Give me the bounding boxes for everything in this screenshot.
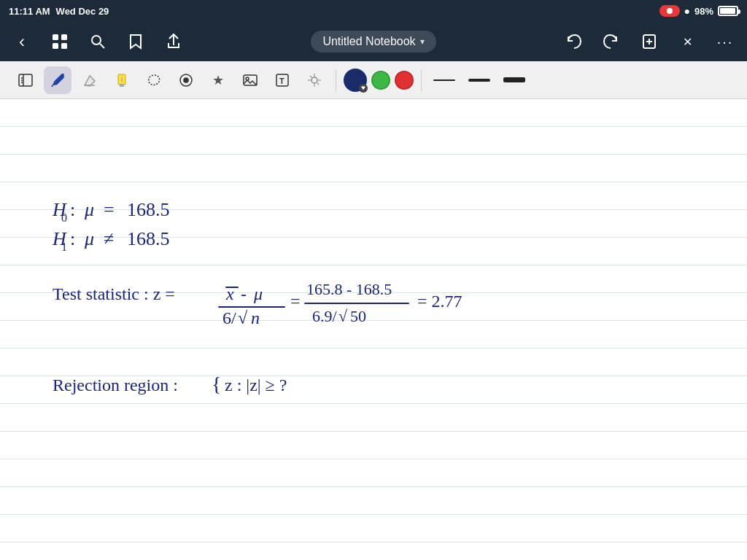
svg-text:μ: μ: [253, 284, 263, 303]
svg-text:1: 1: [61, 241, 67, 253]
svg-line-14: [52, 85, 53, 87]
redo-button[interactable]: [598, 28, 624, 55]
svg-text:-: -: [241, 284, 247, 303]
svg-text:6.9/: 6.9/: [312, 307, 338, 325]
nav-bar: ‹ Unti: [0, 22, 747, 61]
toolbar-separator-2: [421, 69, 422, 91]
svg-text:n: n: [251, 308, 260, 327]
canvas-area[interactable]: H 0 : μ = 168.5 H 1 : μ ≠ 168.5 Test sta…: [0, 99, 747, 560]
svg-text:Rejection  region :: Rejection region :: [53, 376, 178, 394]
svg-point-4: [92, 36, 101, 44]
notebook-title-button[interactable]: Untitled Notebook ▾: [311, 31, 436, 52]
svg-rect-0: [53, 34, 58, 40]
text-tool-button[interactable]: T: [268, 66, 296, 94]
svg-text:50: 50: [350, 307, 366, 325]
eraser-tool-button[interactable]: [76, 66, 104, 94]
svg-text:μ: μ: [84, 199, 94, 220]
handwritten-content: H 0 : μ = 168.5 H 1 : μ ≠ 168.5 Test sta…: [0, 99, 747, 560]
svg-text:6/: 6/: [222, 308, 236, 327]
toolbar: ★ T: [0, 61, 747, 99]
svg-text:=   2.77: = 2.77: [417, 292, 462, 311]
svg-rect-17: [120, 84, 124, 87]
svg-text:√: √: [338, 307, 348, 325]
svg-line-31: [317, 82, 319, 85]
date-display: Wed Dec 29: [56, 6, 109, 17]
highlighter-tool-button[interactable]: [108, 66, 136, 94]
svg-text:0: 0: [61, 211, 67, 224]
stroke-thick-button[interactable]: [499, 74, 530, 85]
notebook-title: Untitled Notebook: [322, 35, 415, 48]
toolbar-separator-1: [336, 69, 336, 91]
svg-rect-1: [61, 34, 67, 40]
svg-point-25: [311, 77, 317, 83]
svg-text::: :: [70, 199, 75, 220]
svg-text:168.5: 168.5: [127, 228, 170, 249]
star-tool-button[interactable]: ★: [204, 66, 232, 94]
stroke-medium-button[interactable]: [464, 76, 495, 85]
undo-button[interactable]: [560, 28, 587, 55]
svg-rect-9: [19, 74, 32, 86]
time-display: 11:11 AM: [9, 6, 50, 17]
panel-toggle-button[interactable]: [12, 66, 39, 94]
svg-marker-32: [361, 87, 365, 90]
svg-text:≠: ≠: [104, 228, 114, 249]
add-page-button[interactable]: [636, 28, 662, 55]
svg-text::: :: [70, 228, 75, 249]
svg-text:μ: μ: [84, 228, 94, 249]
svg-text:z :  |z|  ≥  ?: z : |z| ≥ ?: [225, 376, 287, 394]
more-options-button[interactable]: ···: [712, 28, 738, 55]
svg-text:=: =: [104, 199, 115, 220]
pen-tool-button[interactable]: [44, 66, 71, 94]
svg-text:168.5: 168.5: [127, 199, 170, 220]
back-button[interactable]: ‹: [9, 28, 35, 55]
color-green-button[interactable]: [371, 71, 390, 90]
color-dropdown-button[interactable]: [344, 69, 367, 92]
color-red-button[interactable]: [395, 71, 414, 90]
bookmark-button[interactable]: [123, 28, 149, 55]
battery-icon: [718, 6, 738, 16]
status-bar: 11:11 AM Wed Dec 29 ● 98%: [0, 0, 747, 22]
image-tool-button[interactable]: [236, 66, 264, 94]
svg-text:165.8 - 168.5: 165.8 - 168.5: [306, 280, 392, 298]
svg-rect-3: [61, 43, 67, 49]
svg-point-20: [184, 78, 188, 82]
wifi-icon: ●: [684, 5, 690, 17]
svg-line-30: [310, 75, 312, 77]
svg-text:{: {: [212, 373, 221, 395]
svg-rect-2: [53, 43, 58, 49]
search-button[interactable]: [85, 28, 111, 55]
title-chevron-icon: ▾: [420, 36, 425, 47]
svg-line-5: [100, 44, 104, 48]
svg-text:T: T: [279, 77, 285, 85]
lasso-tool-button[interactable]: [140, 66, 168, 94]
svg-text:Test  statistic :   z  =: Test statistic : z =: [53, 284, 175, 303]
stroke-thin-button[interactable]: [429, 77, 460, 84]
close-button[interactable]: ✕: [674, 28, 700, 55]
apps-button[interactable]: [47, 28, 73, 55]
shape-tool-button[interactable]: [172, 66, 200, 94]
battery-percent: 98%: [694, 6, 713, 17]
svg-text:√: √: [238, 308, 248, 327]
svg-text:=: =: [290, 292, 301, 311]
laser-tool-button[interactable]: [301, 66, 328, 94]
share-button[interactable]: [160, 28, 187, 55]
recording-indicator: [659, 5, 680, 17]
